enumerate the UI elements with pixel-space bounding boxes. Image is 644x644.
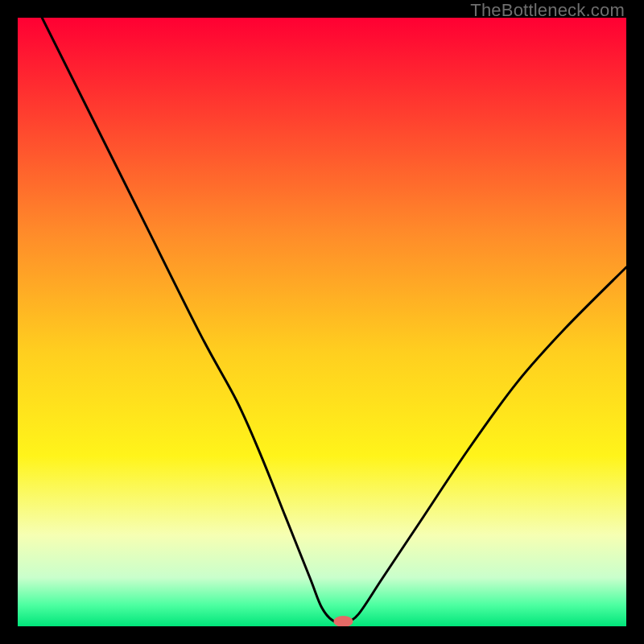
chart-background <box>18 18 626 626</box>
watermark-text: TheBottleneck.com <box>470 0 625 21</box>
bottleneck-chart <box>18 18 626 626</box>
chart-frame <box>18 18 626 626</box>
